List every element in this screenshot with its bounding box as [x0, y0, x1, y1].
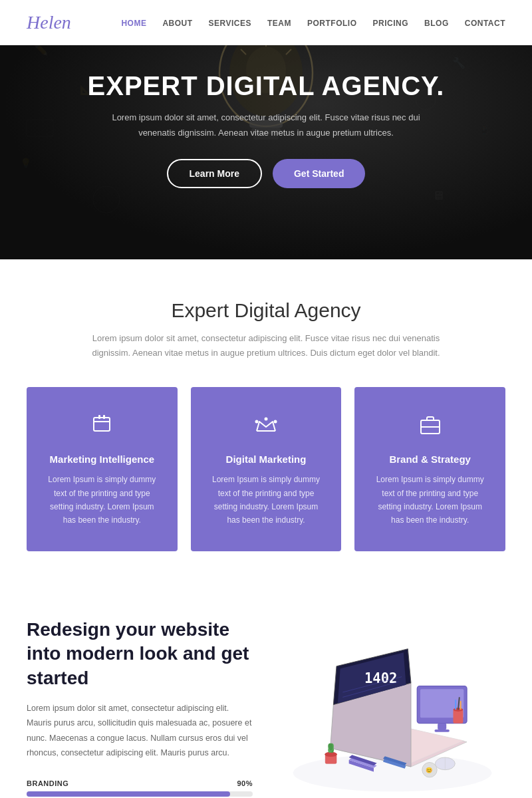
nav-link-pricing[interactable]: PRICING — [373, 19, 409, 28]
card1-title: Marketing Intelligence — [43, 454, 162, 465]
svg-rect-22 — [103, 415, 105, 419]
card-digital-marketing: Digital Marketing Lorem Ipsum is simply … — [191, 387, 342, 551]
nav-links: HOME ABOUT SERVICES TEAM PORTFOLIO PRICI… — [121, 17, 505, 29]
skill-branding-bar-bg — [27, 791, 253, 797]
svg-rect-52 — [453, 710, 463, 724]
nav-link-home[interactable]: HOME — [121, 19, 146, 28]
svg-point-24 — [255, 420, 259, 424]
nav-item-team[interactable]: TEAM — [267, 17, 291, 29]
svg-rect-19 — [94, 418, 110, 431]
skill-branding: BRANDING 90% — [27, 779, 253, 797]
redesign-left: Redesign your website into modern look a… — [27, 618, 253, 798]
nav-link-team[interactable]: TEAM — [267, 19, 291, 28]
nav-link-portfolio[interactable]: PORTFOLIO — [307, 19, 357, 28]
skill-branding-bar-fill — [27, 791, 230, 797]
skill-branding-label: BRANDING — [27, 779, 68, 787]
nav-item-about[interactable]: ABOUT — [162, 17, 192, 29]
nav-link-blog[interactable]: BLOG — [424, 19, 449, 28]
svg-point-46 — [325, 751, 337, 756]
svg-rect-41 — [434, 730, 449, 732]
nav-item-pricing[interactable]: PRICING — [373, 17, 409, 29]
skill-branding-percent: 90% — [237, 779, 253, 787]
nav-item-home[interactable]: HOME — [121, 17, 146, 29]
svg-point-49 — [329, 743, 333, 750]
nav-link-contact[interactable]: CONTACT — [465, 19, 505, 28]
svg-text:🖥: 🖥 — [432, 189, 444, 202]
card-brand-strategy: Brand & Strategy Lorem Ipsum is simply d… — [354, 387, 505, 551]
redesign-right: 1402 — [279, 618, 505, 798]
hero-content: EXPERT DIGITAL AGENCY. Lorem ipsum dolor… — [35, 71, 498, 188]
hero-title: EXPERT DIGITAL AGENCY. — [88, 71, 445, 101]
nav-item-blog[interactable]: BLOG — [424, 17, 449, 29]
svg-point-26 — [265, 418, 268, 421]
svg-point-16 — [93, 186, 120, 213]
card2-title: Digital Marketing — [207, 454, 326, 465]
get-started-button[interactable]: Get Started — [273, 159, 365, 188]
svg-text:🔧: 🔧 — [452, 57, 466, 69]
svg-rect-40 — [438, 723, 446, 729]
services-title: Expert Digital Agency — [27, 299, 505, 322]
nav-item-contact[interactable]: CONTACT — [465, 17, 505, 29]
nav-item-portfolio[interactable]: PORTFOLIO — [307, 17, 357, 29]
hero-subtitle: Lorem ipsum dolor sit amet, consectetur … — [93, 110, 439, 140]
svg-text:1402: 1402 — [364, 670, 397, 686]
navbar: Helen HOME ABOUT SERVICES TEAM PORTFOLIO… — [0, 0, 532, 45]
services-section: Expert Digital Agency Lorem ipsum dolor … — [0, 259, 532, 578]
card3-desc: Lorem Ipsum is simply dummy text of the … — [370, 473, 489, 527]
card2-desc: Lorem Ipsum is simply dummy text of the … — [207, 473, 326, 527]
crown-icon — [207, 411, 326, 443]
hero-buttons: Learn More Get Started — [88, 159, 445, 188]
redesign-title: Redesign your website into modern look a… — [27, 618, 253, 690]
logo[interactable]: Helen — [27, 12, 71, 33]
svg-point-25 — [274, 420, 277, 424]
nav-item-services[interactable]: SERVICES — [209, 17, 251, 29]
briefcase-icon — [370, 411, 489, 443]
redesign-section: Redesign your website into modern look a… — [0, 578, 532, 798]
svg-text:💡: 💡 — [20, 158, 32, 169]
svg-rect-21 — [98, 415, 100, 419]
card-marketing-intelligence: Marketing Intelligence Lorem Ipsum is si… — [27, 387, 178, 551]
nav-link-about[interactable]: ABOUT — [162, 19, 192, 28]
services-cards: Marketing Intelligence Lorem Ipsum is si… — [27, 387, 505, 551]
marketing-icon — [43, 411, 162, 443]
svg-text:😊: 😊 — [426, 767, 433, 774]
redesign-desc: Lorem ipsum dolor sit amet, consectetur … — [27, 701, 253, 761]
services-subtitle: Lorem ipsum dolor sit amet, consectetur … — [80, 331, 452, 360]
nav-link-services[interactable]: SERVICES — [209, 19, 251, 28]
card3-title: Brand & Strategy — [370, 454, 489, 465]
card1-desc: Lorem Ipsum is simply dummy text of the … — [43, 473, 162, 527]
laptop-illustration: 1402 — [286, 618, 499, 798]
learn-more-button[interactable]: Learn More — [167, 159, 262, 188]
